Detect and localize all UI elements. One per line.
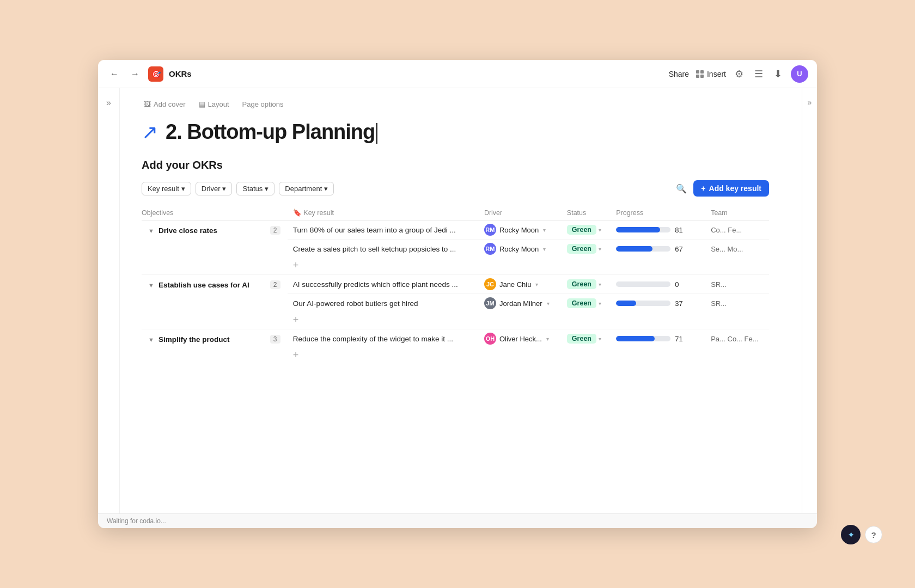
chevron-down-icon: ▾ xyxy=(265,185,269,193)
add-kr-cell: + xyxy=(288,313,769,329)
progress-number: 81 xyxy=(675,226,682,234)
note-button[interactable]: ☰ xyxy=(752,66,765,82)
driver-avatar: JM xyxy=(484,297,496,309)
col-count xyxy=(265,205,288,220)
add-kr-cell: + xyxy=(288,348,769,364)
kr-text-cell: Create a sales pitch to sell ketchup pop… xyxy=(288,240,479,259)
status-badge: Green xyxy=(567,225,596,235)
progress-cell: 37 xyxy=(611,294,705,313)
status-badge: Green xyxy=(567,279,596,289)
table-row: ▼ Simplify the product 3Reduce the compl… xyxy=(142,329,769,348)
progress-number: 67 xyxy=(675,245,682,253)
progress-cell: 0 xyxy=(611,275,705,294)
doc-title: OKRs xyxy=(169,69,192,78)
filter-status[interactable]: Status ▾ xyxy=(236,182,274,195)
driver-avatar: OH xyxy=(484,333,496,345)
right-panel-toggle: » xyxy=(802,88,817,513)
kr-text: Our AI-powered robot butlers get hired xyxy=(293,299,418,308)
status-cell: Green ▾ xyxy=(562,294,611,313)
col-driver: Driver xyxy=(479,205,562,220)
kr-text: AI successfully predicts which office pl… xyxy=(293,280,458,289)
search-button[interactable]: 🔍 xyxy=(674,181,689,196)
expand-objective-button[interactable]: ▼ xyxy=(147,335,155,344)
share-button[interactable]: Share xyxy=(669,70,689,78)
kr-text-cell: Our AI-powered robot butlers get hired xyxy=(288,294,479,313)
col-objectives: Objectives xyxy=(142,205,265,220)
progress-number: 0 xyxy=(675,280,679,289)
add-cover-button[interactable]: 🖼 Add cover xyxy=(142,99,188,109)
team-cell: SR... xyxy=(705,275,769,294)
help-fab-button[interactable]: ? xyxy=(865,526,882,543)
svg-rect-0 xyxy=(696,70,699,74)
add-kr-button[interactable]: + xyxy=(293,260,299,270)
team-cell: Pa... Co... Fe... xyxy=(705,329,769,348)
team-label: SR... xyxy=(711,299,727,308)
main-layout: » 🖼 Add cover ▤ Layout Page options xyxy=(98,88,817,513)
col-key-result: 🔖 Key result xyxy=(288,205,479,220)
col-team: Team xyxy=(705,205,769,220)
team-cell: Se... Mo... xyxy=(705,240,769,259)
sidebar-expand-button[interactable]: » xyxy=(103,95,114,111)
forward-button[interactable]: → xyxy=(127,67,143,81)
back-button[interactable]: ← xyxy=(107,67,122,81)
progress-fill xyxy=(616,227,660,232)
kr-text: Create a sales pitch to sell ketchup pop… xyxy=(293,245,456,253)
add-kr-button[interactable]: + xyxy=(293,350,299,360)
progress-track xyxy=(616,227,670,232)
sidebar-toggle-panel: » xyxy=(98,88,120,513)
filter-driver[interactable]: Driver ▾ xyxy=(196,182,233,195)
objective-name: Drive close rates xyxy=(158,226,217,236)
chevron-down-icon: ▾ xyxy=(599,336,601,342)
team-label: Co... Fe... xyxy=(711,226,742,234)
sparkle-fab-button[interactable]: ✦ xyxy=(841,525,861,544)
status-cell: Green ▾ xyxy=(562,329,611,348)
driver-cell: RM Rocky Moon ▾ xyxy=(479,220,562,240)
settings-button[interactable]: ⚙ xyxy=(733,66,746,82)
progress-fill xyxy=(616,336,655,341)
svg-rect-1 xyxy=(700,70,704,74)
driver-name: Oliver Heck... xyxy=(499,335,542,343)
status-badge: Green xyxy=(567,244,596,254)
bookmark-icon: 🔖 xyxy=(293,209,302,217)
team-label: SR... xyxy=(711,280,727,289)
user-avatar[interactable]: U xyxy=(791,65,808,83)
filter-department-label: Department xyxy=(285,185,322,193)
svg-rect-3 xyxy=(700,75,704,78)
chevron-down-icon: ▾ xyxy=(599,227,601,233)
status-badge: Green xyxy=(567,298,596,308)
objective-count: 3 xyxy=(265,329,288,365)
bottom-bar: Waiting for coda.io... xyxy=(98,513,817,528)
chevron-down-icon: ▾ xyxy=(543,227,546,233)
insert-icon xyxy=(696,70,704,78)
insert-button[interactable]: Insert xyxy=(696,70,726,78)
expand-objective-button[interactable]: ▼ xyxy=(147,226,155,235)
progress-cell: 71 xyxy=(611,329,705,348)
progress-cell: 67 xyxy=(611,240,705,259)
add-key-result-button[interactable]: + Add key result xyxy=(693,180,769,197)
right-panel-collapse-button[interactable]: » xyxy=(804,95,815,110)
driver-name: Rocky Moon xyxy=(499,245,539,253)
layout-button[interactable]: ▤ Layout xyxy=(197,99,231,109)
chevron-down-icon: ▾ xyxy=(543,246,546,252)
team-cell: Co... Fe... xyxy=(705,220,769,240)
team-label: Pa... Co... Fe... xyxy=(711,335,758,343)
expand-objective-button[interactable]: ▼ xyxy=(147,281,155,290)
status-cell: Green ▾ xyxy=(562,275,611,294)
filter-key-result[interactable]: Key result ▾ xyxy=(142,182,191,195)
filter-status-label: Status xyxy=(242,185,263,193)
topbar-left: ← → 🎯 OKRs xyxy=(107,66,663,82)
image-icon: 🖼 xyxy=(144,100,151,108)
kr-text: Reduce the complexity of the widget to m… xyxy=(293,335,453,343)
objective-cell: ▼ Drive close rates xyxy=(142,220,265,275)
col-progress: Progress xyxy=(611,205,705,220)
page-options-button[interactable]: Page options xyxy=(240,99,286,109)
status-text: Waiting for coda.io... xyxy=(107,517,166,525)
expand-button[interactable]: ⬇ xyxy=(772,66,784,82)
page-title: 2. Bottom-up Planning xyxy=(166,120,377,144)
filter-department[interactable]: Department ▾ xyxy=(279,182,334,195)
add-kr-button[interactable]: + xyxy=(293,315,299,324)
filter-key-result-label: Key result xyxy=(148,185,179,193)
count-badge: 2 xyxy=(270,280,280,289)
status-cell: Green ▾ xyxy=(562,240,611,259)
count-badge: 2 xyxy=(270,226,280,235)
